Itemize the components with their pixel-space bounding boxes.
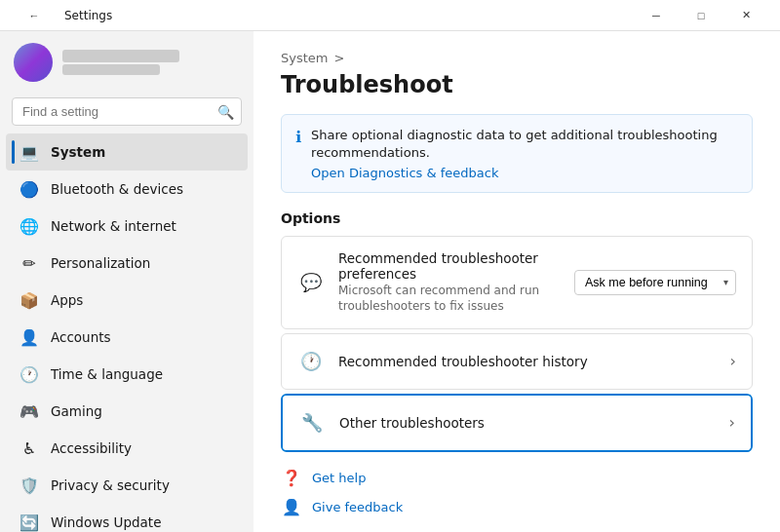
network-icon: 🌐 xyxy=(20,216,39,236)
option-right: › xyxy=(730,352,736,370)
info-banner: ℹ Share optional diagnostic data to get … xyxy=(281,114,753,193)
sidebar-item-apps[interactable]: 📦 Apps xyxy=(6,282,248,319)
privacy-icon: 🛡️ xyxy=(20,475,39,495)
info-content: Share optional diagnostic data to get ad… xyxy=(311,127,738,180)
sidebar-item-network[interactable]: 🌐 Network & internet xyxy=(6,208,248,245)
app-body: 🔍 💻 System 🔵 Bluetooth & devices 🌐 Netwo… xyxy=(0,31,780,532)
info-text: Share optional diagnostic data to get ad… xyxy=(311,127,738,162)
sidebar-item-accessibility[interactable]: ♿ Accessibility xyxy=(6,430,248,467)
sidebar-item-label: Windows Update xyxy=(51,514,161,530)
give-feedback-link[interactable]: Give feedback xyxy=(312,500,403,514)
sidebar-item-accounts[interactable]: 👤 Accounts xyxy=(6,319,248,356)
info-icon: ℹ xyxy=(295,128,301,146)
minimize-button[interactable]: ─ xyxy=(634,0,679,31)
option-card-recommended-history: 🕐 Recommended troubleshooter history › xyxy=(281,333,753,390)
sidebar-item-gaming[interactable]: 🎮 Gaming xyxy=(6,393,248,430)
chevron-right-icon: › xyxy=(730,352,736,370)
sidebar-item-label: Network & internet xyxy=(51,218,176,234)
option-card-recommended-prefs: 💬 Recommended troubleshooter preferences… xyxy=(281,236,753,328)
accounts-icon: 👤 xyxy=(20,327,39,347)
personalization-icon: ✏️ xyxy=(20,253,39,273)
option-row-recommended-prefs[interactable]: 💬 Recommended troubleshooter preferences… xyxy=(282,237,752,327)
sidebar-item-label: Bluetooth & devices xyxy=(51,181,183,197)
option-desc: Microsoft can recommend and run troubles… xyxy=(338,284,561,314)
avatar xyxy=(14,43,53,82)
sidebar-item-label: Time & language xyxy=(51,366,163,382)
recommended-prefs-dropdown[interactable]: Ask me before runningRun automaticallyDo… xyxy=(574,270,736,295)
profile-name xyxy=(62,50,179,62)
profile-subtitle xyxy=(62,64,160,75)
accessibility-icon: ♿ xyxy=(20,438,39,458)
footer-links: ❓ Get help 👤 Give feedback xyxy=(281,468,753,518)
chevron-right-icon: › xyxy=(729,413,735,432)
get-help-icon: ❓ xyxy=(281,468,302,489)
option-title: Recommended troubleshooter history xyxy=(338,354,717,369)
option-right: › xyxy=(729,413,735,432)
breadcrumb-separator: > xyxy=(333,51,344,65)
option-title: Recommended troubleshooter preferences xyxy=(338,250,561,282)
gaming-icon: 🎮 xyxy=(20,401,39,421)
apps-icon: 📦 xyxy=(20,290,39,310)
titlebar-left: ← Settings xyxy=(12,0,112,31)
sidebar-item-label: Accessibility xyxy=(51,440,132,456)
footer-link-give-feedback[interactable]: 👤 Give feedback xyxy=(281,497,753,518)
content-area: System > Troubleshoot ℹ Share optional d… xyxy=(254,31,780,532)
nav-list: 💻 System 🔵 Bluetooth & devices 🌐 Network… xyxy=(0,133,254,532)
sidebar-item-time[interactable]: 🕐 Time & language xyxy=(6,356,248,393)
bluetooth-icon: 🔵 xyxy=(20,179,39,199)
sidebar-item-bluetooth[interactable]: 🔵 Bluetooth & devices xyxy=(6,171,248,208)
time-icon: 🕐 xyxy=(20,364,39,384)
sidebar-item-personalization[interactable]: ✏️ Personalization xyxy=(6,245,248,282)
dropdown-wrapper: Ask me before runningRun automaticallyDo… xyxy=(574,270,736,295)
sidebar-item-label: Gaming xyxy=(51,403,102,419)
recommended-history-icon: 🕐 xyxy=(297,348,325,375)
page-title: Troubleshoot xyxy=(281,71,753,98)
sidebar-item-label: Accounts xyxy=(51,329,111,345)
option-title: Other troubleshooters xyxy=(339,415,716,431)
sidebar-item-label: Privacy & security xyxy=(51,477,170,493)
sidebar-item-windows-update[interactable]: 🔄 Windows Update xyxy=(6,504,248,532)
close-button[interactable]: ✕ xyxy=(723,0,768,31)
profile-info xyxy=(62,50,179,75)
recommended-prefs-icon: 💬 xyxy=(297,269,325,296)
breadcrumb-parent: System xyxy=(281,51,328,65)
option-card-other-troubleshooters: 🔧 Other troubleshooters › xyxy=(281,394,753,452)
option-content: Other troubleshooters xyxy=(339,415,716,431)
give-feedback-icon: 👤 xyxy=(281,497,302,518)
sidebar: 🔍 💻 System 🔵 Bluetooth & devices 🌐 Netwo… xyxy=(0,31,254,532)
other-troubleshooters-icon: 🔧 xyxy=(298,409,326,437)
get-help-link[interactable]: Get help xyxy=(312,471,366,485)
diagnostics-link[interactable]: Open Diagnostics & feedback xyxy=(311,166,738,180)
option-content: Recommended troubleshooter preferences M… xyxy=(338,250,561,314)
footer-link-get-help[interactable]: ❓ Get help xyxy=(281,468,753,489)
search-box: 🔍 xyxy=(12,97,242,126)
maximize-button[interactable]: □ xyxy=(679,0,723,31)
titlebar-controls: ─ □ ✕ xyxy=(634,0,768,31)
search-input[interactable] xyxy=(12,97,242,126)
search-icon[interactable]: 🔍 xyxy=(217,104,234,120)
sidebar-item-system[interactable]: 💻 System xyxy=(6,133,248,171)
option-content: Recommended troubleshooter history xyxy=(338,354,717,369)
sidebar-item-privacy[interactable]: 🛡️ Privacy & security xyxy=(6,467,248,504)
sidebar-item-label: Personalization xyxy=(51,255,150,271)
section-title: Options xyxy=(281,210,753,226)
sidebar-item-label: System xyxy=(51,144,105,160)
option-row-recommended-history[interactable]: 🕐 Recommended troubleshooter history › xyxy=(282,334,752,389)
option-row-other-troubleshooters[interactable]: 🔧 Other troubleshooters › xyxy=(283,396,751,450)
option-right: Ask me before runningRun automaticallyDo… xyxy=(574,270,736,295)
sidebar-item-label: Apps xyxy=(51,292,83,308)
back-button[interactable]: ← xyxy=(12,0,57,31)
windows-update-icon: 🔄 xyxy=(20,513,39,532)
profile-section xyxy=(0,31,254,94)
titlebar-title: Settings xyxy=(64,9,112,22)
system-icon: 💻 xyxy=(20,142,39,162)
options-list: 💬 Recommended troubleshooter preferences… xyxy=(281,236,753,451)
titlebar: ← Settings ─ □ ✕ xyxy=(0,0,780,31)
breadcrumb: System > xyxy=(281,51,753,65)
